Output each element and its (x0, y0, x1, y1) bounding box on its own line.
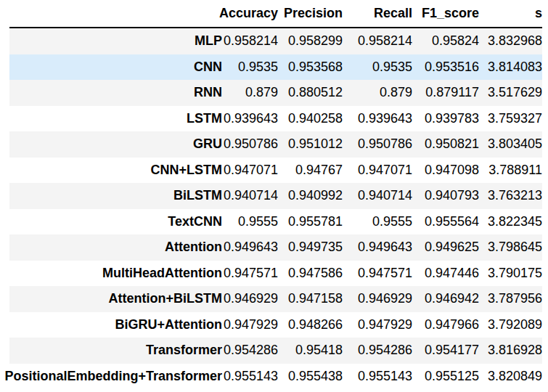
row-label: CNN+LSTM (9, 158, 222, 184)
index-column-header (9, 0, 222, 28)
table-row: CNN+LSTM 0.947071 0.94767 0.947071 0.947… (9, 158, 542, 184)
metric-cell-precision: 0.94767 (278, 158, 343, 184)
table-row: TextCNN 0.9555 0.955781 0.9555 0.955564 … (9, 209, 542, 235)
table-header: Accuracy Precision Recall F1_score s (9, 0, 542, 28)
column-header-f1-score: F1_score (412, 0, 479, 28)
metric-cell-precision: 0.955438 (278, 364, 343, 390)
column-header-s: s (479, 0, 542, 28)
metric-cell-f1-score: 0.940793 (412, 183, 479, 209)
table-body: MLP 0.958214 0.958299 0.958214 0.95824 3… (9, 28, 542, 389)
metric-cell-recall: 0.950786 (343, 131, 412, 158)
metric-cell-accuracy: 0.947929 (222, 312, 278, 338)
metric-cell-precision: 0.955781 (278, 209, 343, 235)
metric-cell-recall: 0.9535 (343, 54, 412, 81)
metric-cell-f1-score: 0.955564 (412, 209, 479, 235)
row-label: Attention+BiLSTM (9, 286, 222, 312)
metric-cell-accuracy: 0.879 (222, 80, 278, 106)
metric-cell-f1-score: 0.946942 (412, 286, 479, 312)
metric-cell-precision: 0.948266 (278, 312, 343, 338)
metric-cell-s: 3.792089 (479, 312, 542, 338)
row-label: RNN (9, 80, 222, 106)
metric-cell-precision: 0.947158 (278, 286, 343, 312)
row-label: CNN (9, 54, 222, 81)
row-label: MLP (9, 28, 222, 54)
metric-cell-s: 3.816928 (479, 338, 542, 364)
model-metrics-table: Accuracy Precision Recall F1_score s MLP… (9, 0, 542, 389)
metric-cell-accuracy: 0.949643 (222, 234, 278, 261)
table-row: PositionalEmbedding+Transformer 0.955143… (9, 364, 542, 390)
row-label: Transformer (9, 338, 222, 364)
metric-cell-recall: 0.9555 (343, 209, 412, 235)
metric-cell-s: 3.820849 (479, 364, 542, 390)
metric-cell-accuracy: 0.946929 (222, 286, 278, 312)
metric-cell-s: 3.790175 (479, 261, 542, 287)
metric-cell-f1-score: 0.95824 (412, 28, 479, 54)
row-label: Attention (9, 234, 222, 261)
metric-cell-s: 3.832968 (479, 28, 542, 54)
metric-cell-recall: 0.955143 (343, 364, 412, 390)
table-row: GRU 0.950786 0.951012 0.950786 0.950821 … (9, 131, 542, 158)
metric-cell-precision: 0.951012 (278, 131, 343, 158)
metric-cell-precision: 0.940258 (278, 106, 343, 132)
metric-cell-f1-score: 0.947446 (412, 261, 479, 287)
metric-cell-accuracy: 0.947071 (222, 158, 278, 184)
row-label: MultiHeadAttention (9, 261, 222, 287)
row-label: TextCNN (9, 209, 222, 235)
header-row: Accuracy Precision Recall F1_score s (9, 0, 542, 28)
metric-cell-f1-score: 0.939783 (412, 106, 479, 132)
metric-cell-s: 3.763213 (479, 183, 542, 209)
metric-cell-s: 3.759327 (479, 106, 542, 132)
metric-cell-accuracy: 0.9535 (222, 54, 278, 81)
table-row: LSTM 0.939643 0.940258 0.939643 0.939783… (9, 106, 542, 132)
metric-cell-precision: 0.880512 (278, 80, 343, 106)
metric-cell-f1-score: 0.879117 (412, 80, 479, 106)
metric-cell-s: 3.814083 (479, 54, 542, 81)
table-row-highlighted: CNN 0.9535 0.953568 0.9535 0.953516 3.81… (9, 54, 542, 81)
metric-cell-recall: 0.947071 (343, 158, 412, 184)
metric-cell-accuracy: 0.940714 (222, 183, 278, 209)
table-row: Transformer 0.954286 0.95418 0.954286 0.… (9, 338, 542, 364)
metric-cell-accuracy: 0.939643 (222, 106, 278, 132)
table-row: Attention 0.949643 0.949735 0.949643 0.9… (9, 234, 542, 261)
column-header-accuracy: Accuracy (222, 0, 278, 28)
metric-cell-f1-score: 0.955125 (412, 364, 479, 390)
metric-cell-f1-score: 0.949625 (412, 234, 479, 261)
metric-cell-s: 3.822345 (479, 209, 542, 235)
table-row: BiLSTM 0.940714 0.940992 0.940714 0.9407… (9, 183, 542, 209)
metric-cell-s: 3.798645 (479, 234, 542, 261)
metric-cell-accuracy: 0.958214 (222, 28, 278, 54)
metric-cell-accuracy: 0.950786 (222, 131, 278, 158)
metric-cell-precision: 0.949735 (278, 234, 343, 261)
metric-cell-recall: 0.954286 (343, 338, 412, 364)
metric-cell-f1-score: 0.947966 (412, 312, 479, 338)
metric-cell-precision: 0.958299 (278, 28, 343, 54)
metric-cell-recall: 0.947571 (343, 261, 412, 287)
metric-cell-recall: 0.879 (343, 80, 412, 106)
metric-cell-s: 3.803405 (479, 131, 542, 158)
metric-cell-accuracy: 0.947571 (222, 261, 278, 287)
metric-cell-accuracy: 0.955143 (222, 364, 278, 390)
metric-cell-recall: 0.946929 (343, 286, 412, 312)
metric-cell-recall: 0.947929 (343, 312, 412, 338)
table-row: Attention+BiLSTM 0.946929 0.947158 0.946… (9, 286, 542, 312)
column-header-recall: Recall (343, 0, 412, 28)
row-label: LSTM (9, 106, 222, 132)
metric-cell-f1-score: 0.954177 (412, 338, 479, 364)
metric-cell-precision: 0.940992 (278, 183, 343, 209)
row-label: BiGRU+Attention (9, 312, 222, 338)
table-row: MultiHeadAttention 0.947571 0.947586 0.9… (9, 261, 542, 287)
metric-cell-s: 3.788911 (479, 158, 542, 184)
metric-cell-precision: 0.95418 (278, 338, 343, 364)
metric-cell-s: 3.517629 (479, 80, 542, 106)
table-row: MLP 0.958214 0.958299 0.958214 0.95824 3… (9, 28, 542, 54)
metric-cell-f1-score: 0.947098 (412, 158, 479, 184)
metric-cell-recall: 0.939643 (343, 106, 412, 132)
row-label: PositionalEmbedding+Transformer (9, 364, 222, 390)
metric-cell-recall: 0.940714 (343, 183, 412, 209)
metric-cell-precision: 0.953568 (278, 54, 343, 81)
metric-cell-s: 3.787956 (479, 286, 542, 312)
table-row: BiGRU+Attention 0.947929 0.948266 0.9479… (9, 312, 542, 338)
metric-cell-accuracy: 0.954286 (222, 338, 278, 364)
metric-cell-f1-score: 0.953516 (412, 54, 479, 81)
column-header-precision: Precision (278, 0, 343, 28)
